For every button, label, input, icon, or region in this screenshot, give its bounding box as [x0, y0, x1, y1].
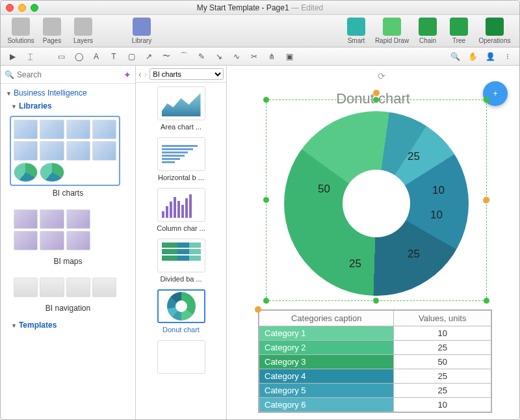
search-row: 🔍 ✦ — [1, 66, 135, 84]
library-bi-navigation[interactable]: BI navigation — [1, 271, 135, 318]
hand-tool[interactable]: ✋ — [465, 49, 480, 64]
eyedropper-tool[interactable]: ⁝ — [500, 49, 515, 64]
window-title: My Start Template - Page1 — Edited — [197, 3, 324, 12]
table-row[interactable]: Category 225 — [259, 341, 491, 355]
rotate-handle[interactable] — [483, 197, 489, 203]
library-bi-maps[interactable]: BI maps — [1, 203, 135, 271]
canvas[interactable]: ⟳ + Donut chart 50 25 10 10 25 25 — [227, 66, 519, 420]
pages-button[interactable]: Pages — [37, 16, 67, 46]
picture-tool[interactable]: ▣ — [281, 49, 297, 64]
refresh-icon[interactable]: ⟳ — [378, 71, 385, 81]
magic-wand-icon[interactable]: ✦ — [124, 70, 131, 80]
rapid-draw-button[interactable]: Rapid Draw — [372, 16, 411, 46]
donut-chart[interactable]: 50 25 10 10 25 25 — [284, 111, 469, 296]
search-icon: 🔍 — [5, 70, 14, 79]
resize-handle[interactable] — [484, 97, 489, 103]
header-values: Values, units — [394, 311, 491, 326]
stamp-tool[interactable]: 👤 — [482, 49, 498, 64]
textbox-tool[interactable]: T — [106, 49, 122, 64]
slice-label: 25 — [349, 257, 361, 270]
table-header-row: Categories caption Values, units — [259, 311, 491, 326]
ellipse-tool[interactable]: ◯ — [71, 49, 86, 64]
minimize-window-button[interactable] — [18, 4, 26, 12]
lib-item-donut-chart[interactable]: Donut chart — [138, 289, 224, 334]
lib-item-column-chart[interactable]: Column char ... — [138, 188, 224, 232]
main-toolbar: Solutions Pages Layers Library Smart Rap… — [1, 15, 519, 47]
solutions-sidebar: 🔍 ✦ ▼Business Intelligence ▼Libraries BI… — [1, 66, 136, 420]
text-select-tool[interactable]: ⌶ — [22, 49, 38, 64]
table-row[interactable]: Category 525 — [259, 384, 491, 398]
library-bi-charts[interactable]: BI charts — [1, 113, 135, 203]
lib-item-divided-bar[interactable]: Divided ba ... — [138, 239, 224, 283]
pen-tool[interactable]: ✎ — [194, 49, 209, 64]
section-libraries[interactable]: ▼Libraries — [1, 99, 135, 113]
connector-tool[interactable]: ↘ — [211, 49, 227, 64]
resize-handle[interactable] — [373, 298, 379, 304]
resize-handle[interactable] — [373, 97, 379, 103]
line-tool[interactable]: ↗ — [141, 49, 157, 64]
chain-button[interactable]: Chain — [413, 16, 443, 46]
resize-handle[interactable] — [263, 298, 269, 304]
library-button[interactable]: Library — [127, 16, 157, 46]
operations-button[interactable]: Operations — [475, 16, 514, 46]
section-business-intelligence[interactable]: ▼Business Intelligence — [1, 84, 135, 99]
chart-data-table[interactable]: Categories caption Values, units Categor… — [258, 309, 492, 413]
section-templates[interactable]: ▼Templates — [1, 318, 135, 332]
zoom-tool[interactable]: 🔍 — [447, 49, 463, 64]
arc-tool[interactable]: ⌒ — [176, 49, 192, 64]
slice-label: 25 — [408, 248, 420, 261]
lib-item-area-chart[interactable]: Area chart ... — [138, 86, 224, 131]
table-row[interactable]: Category 610 — [259, 398, 491, 412]
table-rotate-handle[interactable] — [255, 306, 261, 313]
layers-button[interactable]: Layers — [68, 16, 98, 46]
solutions-button[interactable]: Solutions — [6, 16, 36, 46]
tree-button[interactable]: Tree — [444, 16, 474, 46]
slice-label: 10 — [430, 209, 443, 222]
pointer-tool[interactable]: ▶ — [5, 49, 20, 64]
resize-handle[interactable] — [484, 298, 489, 304]
callout-tool[interactable]: ▢ — [124, 49, 139, 64]
window-controls — [6, 4, 38, 12]
close-window-button[interactable] — [6, 4, 14, 12]
titlebar: My Start Template - Page1 — Edited — [1, 1, 519, 15]
slice-label: 50 — [318, 183, 330, 196]
library-selector[interactable]: BI charts — [150, 68, 224, 80]
library-panel: ‹ › BI charts Area chart ... Horizontal … — [136, 66, 227, 420]
header-categories: Categories caption — [259, 311, 394, 326]
curve-tool[interactable]: 〜 — [159, 49, 174, 64]
table-row[interactable]: Category 425 — [259, 369, 491, 384]
resize-handle[interactable] — [263, 197, 269, 203]
bezier-tool[interactable]: ∿ — [229, 49, 244, 64]
search-input[interactable] — [17, 70, 121, 79]
lib-item-more[interactable] — [138, 340, 224, 374]
shape-toolbar: ▶ ⌶ ▭ ◯ A T ▢ ↗ 〜 ⌒ ✎ ↘ ∿ ✂ ⋔ ▣ 🔍 ✋ 👤 ⁝ — [1, 47, 519, 66]
resize-handle[interactable] — [263, 97, 269, 103]
rotate-handle[interactable] — [373, 90, 380, 96]
text-tool[interactable]: A — [88, 49, 104, 64]
lib-item-horizontal-bar[interactable]: Horizontal b ... — [138, 137, 224, 181]
smart-button[interactable]: Smart — [341, 16, 371, 46]
slice-label: 25 — [408, 150, 420, 163]
table-row[interactable]: Category 110 — [259, 326, 491, 341]
rect-tool[interactable]: ▭ — [53, 49, 69, 64]
lib-fwd-icon[interactable]: › — [144, 69, 148, 79]
lib-back-icon[interactable]: ‹ — [138, 69, 142, 79]
node-tool[interactable]: ⋔ — [264, 49, 280, 64]
scissors-tool[interactable]: ✂ — [246, 49, 262, 64]
zoom-window-button[interactable] — [31, 4, 38, 12]
table-row[interactable]: Category 350 — [259, 355, 491, 369]
slice-label: 10 — [432, 184, 445, 197]
